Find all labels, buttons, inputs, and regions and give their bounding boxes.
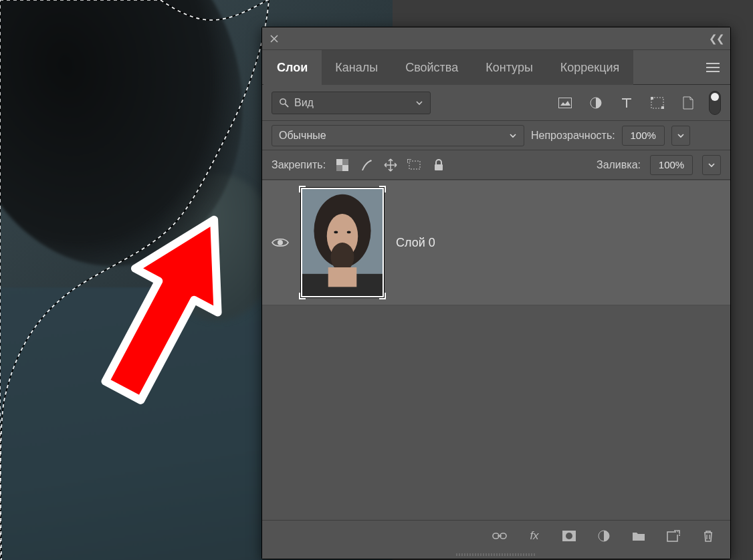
- svg-rect-7: [336, 159, 342, 165]
- lock-row: Закрепить: Заливка: 100%: [262, 150, 730, 180]
- layer-row[interactable]: Слой 0: [262, 180, 730, 305]
- fill-label[interactable]: Заливка:: [597, 159, 641, 171]
- svg-rect-10: [435, 164, 443, 170]
- lock-position-icon[interactable]: [383, 158, 398, 172]
- svg-point-0: [280, 99, 286, 104]
- adjustment-layer-icon[interactable]: [597, 529, 611, 543]
- blend-mode-value: Обычные: [279, 130, 326, 142]
- filter-adjustment-icon[interactable]: [588, 96, 603, 110]
- svg-point-19: [347, 231, 351, 233]
- filter-smartobject-icon[interactable]: [681, 96, 695, 110]
- layer-thumbnail[interactable]: [301, 188, 384, 297]
- blend-mode-select[interactable]: Обычные: [272, 125, 524, 146]
- svg-point-23: [566, 533, 572, 539]
- filter-type-text-icon[interactable]: [619, 96, 634, 110]
- tab-layers[interactable]: Слои: [263, 50, 322, 85]
- collapse-icon[interactable]: ❮❮: [709, 33, 724, 45]
- tab-channels[interactable]: Каналы: [322, 50, 392, 85]
- delete-layer-icon[interactable]: [701, 529, 716, 543]
- chevron-down-icon: [708, 161, 716, 169]
- link-layers-icon[interactable]: [492, 529, 507, 543]
- svg-point-18: [334, 231, 338, 233]
- svg-rect-4: [651, 97, 653, 100]
- lock-transparency-icon[interactable]: [335, 158, 350, 172]
- panel-resize-grip[interactable]: [262, 551, 730, 559]
- filter-type-select[interactable]: Вид: [272, 92, 431, 114]
- opacity-input[interactable]: 100%: [622, 126, 665, 146]
- layers-list[interactable]: Слой 0: [262, 180, 730, 520]
- tab-adjustments[interactable]: Коррекция: [547, 50, 634, 85]
- visibility-toggle-icon[interactable]: [272, 236, 289, 249]
- panel-menu-icon[interactable]: [695, 63, 730, 72]
- filter-type-label: Вид: [294, 97, 314, 109]
- tab-properties[interactable]: Свойства: [392, 50, 472, 85]
- chevron-down-icon: [415, 99, 423, 107]
- lock-label: Закрепить:: [272, 159, 326, 171]
- panel-tabs: Слои Каналы Свойства Контуры Коррекция: [262, 50, 730, 85]
- layer-filter-toolbar: Вид: [262, 85, 730, 121]
- svg-point-11: [278, 240, 283, 245]
- lock-artboard-icon[interactable]: [407, 158, 422, 172]
- opacity-dropdown-button[interactable]: [671, 126, 690, 146]
- svg-rect-5: [661, 106, 664, 109]
- group-layers-icon[interactable]: [631, 529, 646, 543]
- tab-paths[interactable]: Контуры: [472, 50, 547, 85]
- panel-titlebar[interactable]: ❮❮: [262, 27, 730, 50]
- layer-effects-icon[interactable]: fx: [527, 529, 542, 543]
- filter-shape-icon[interactable]: [650, 96, 665, 110]
- layers-footer: fx: [262, 520, 730, 551]
- svg-rect-17: [328, 267, 357, 287]
- layer-name[interactable]: Слой 0: [396, 236, 435, 250]
- layer-mask-icon[interactable]: [562, 529, 576, 543]
- lock-pixels-icon[interactable]: [359, 158, 374, 172]
- svg-rect-8: [342, 165, 348, 171]
- search-icon: [279, 98, 289, 108]
- close-icon[interactable]: [269, 33, 280, 44]
- chevron-down-icon: [677, 132, 685, 140]
- new-layer-icon[interactable]: [666, 529, 681, 543]
- chevron-down-icon: [509, 132, 517, 140]
- filter-toggle[interactable]: [709, 91, 721, 115]
- fill-input[interactable]: 100%: [650, 155, 693, 175]
- lock-all-icon[interactable]: [431, 158, 446, 172]
- opacity-label[interactable]: Непрозрачность:: [531, 130, 615, 142]
- layers-panel: ❮❮ Слои Каналы Свойства Контуры Коррекци…: [261, 27, 731, 559]
- filter-pixel-icon[interactable]: [558, 96, 572, 110]
- blend-row: Обычные Непрозрачность: 100%: [262, 121, 730, 150]
- svg-rect-1: [559, 98, 572, 108]
- svg-rect-9: [409, 161, 420, 169]
- fill-dropdown-button[interactable]: [702, 155, 721, 175]
- svg-point-16: [331, 243, 354, 271]
